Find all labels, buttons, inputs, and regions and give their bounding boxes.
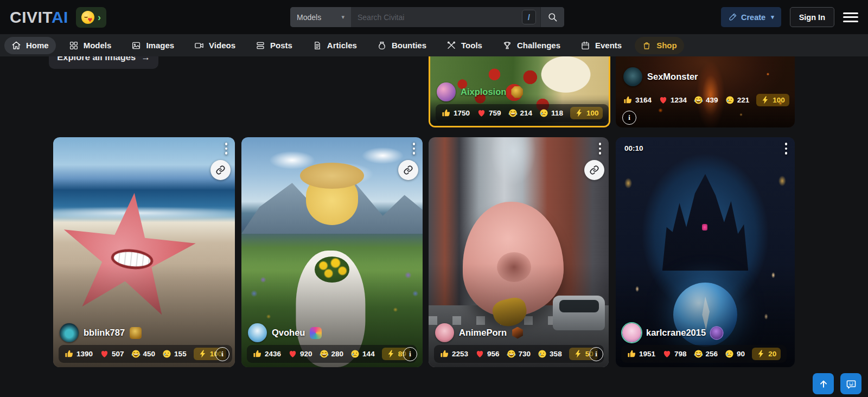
card-menu-dots-icon[interactable] bbox=[785, 143, 788, 155]
remix-link-button[interactable] bbox=[584, 160, 604, 180]
nav-item-articles[interactable]: Articles bbox=[305, 37, 364, 54]
stat-likes-button[interactable]: 2436 bbox=[253, 349, 281, 358]
stat-laughs-count: 256 bbox=[706, 350, 718, 358]
stat-zap-button[interactable]: 100 bbox=[756, 94, 789, 106]
nav-item-challenges[interactable]: Challenges bbox=[495, 37, 567, 54]
stat-cries-button[interactable]: 90 bbox=[725, 349, 745, 358]
stat-cries-button[interactable]: 144 bbox=[350, 349, 375, 358]
username[interactable]: Aixplosion bbox=[461, 87, 506, 97]
stat-cries-button[interactable]: 118 bbox=[539, 108, 563, 118]
nav-item-tools[interactable]: Tools bbox=[439, 37, 489, 54]
stat-hearts-button[interactable]: 1234 bbox=[659, 95, 687, 105]
promo-emoji-badge[interactable]: › bbox=[76, 7, 106, 28]
photo-icon bbox=[131, 41, 141, 50]
nav-label: Shop bbox=[656, 41, 677, 50]
nav-item-models[interactable]: Models bbox=[62, 37, 119, 54]
nav-item-home[interactable]: Home bbox=[4, 37, 56, 54]
stat-hearts-count: 920 bbox=[300, 350, 312, 358]
nav-item-events[interactable]: Events bbox=[573, 37, 629, 54]
avatar[interactable] bbox=[622, 323, 641, 342]
avatar[interactable] bbox=[437, 82, 456, 101]
avatar[interactable] bbox=[435, 323, 454, 342]
username[interactable]: Qvoheu bbox=[272, 328, 305, 338]
card-menu-dots-icon[interactable] bbox=[599, 143, 602, 155]
nav-item-bounties[interactable]: Bounties bbox=[370, 37, 433, 54]
stat-laughs-button[interactable]: 730 bbox=[507, 349, 531, 358]
card-menu-dots-icon[interactable] bbox=[225, 143, 228, 155]
stat-laughs-button[interactable]: 214 bbox=[508, 108, 533, 118]
menu-hamburger-icon[interactable] bbox=[843, 12, 858, 22]
user-row[interactable]: Aixplosion bbox=[437, 82, 523, 101]
stat-laughs-button[interactable]: 439 bbox=[694, 95, 718, 105]
user-row[interactable]: bblink787 bbox=[60, 323, 142, 342]
zap-icon bbox=[756, 349, 765, 358]
scroll-to-top-button[interactable] bbox=[813, 373, 834, 394]
info-button[interactable]: i bbox=[622, 111, 636, 125]
stat-likes-button[interactable]: 1390 bbox=[65, 349, 93, 358]
nav-item-posts[interactable]: Posts bbox=[248, 37, 299, 54]
sign-in-button[interactable]: Sign In bbox=[790, 7, 834, 27]
heart-icon bbox=[477, 108, 486, 118]
thumbs-up-icon bbox=[442, 108, 451, 118]
user-row[interactable]: karlcrane2015 bbox=[622, 323, 723, 342]
stat-cries-button[interactable]: 155 bbox=[162, 349, 187, 358]
stat-zap-button[interactable]: 100 bbox=[570, 107, 603, 119]
stat-hearts-button[interactable]: 759 bbox=[477, 108, 501, 118]
stat-likes-button[interactable]: 1951 bbox=[627, 349, 655, 358]
info-button[interactable]: i bbox=[589, 347, 603, 361]
stat-hearts-button[interactable]: 798 bbox=[662, 349, 687, 358]
search-category-select[interactable]: Models ▾ bbox=[290, 7, 351, 27]
heart-icon bbox=[475, 349, 484, 358]
stat-hearts-button[interactable]: 920 bbox=[288, 349, 312, 358]
nav-label: Events bbox=[595, 41, 622, 50]
remix-link-button[interactable] bbox=[210, 160, 231, 180]
nav-item-images[interactable]: Images bbox=[124, 37, 181, 54]
stat-hearts-button[interactable]: 507 bbox=[100, 349, 124, 358]
image-card-aixplosion[interactable]: Aixplosion 1750759214118100 bbox=[429, 56, 610, 127]
username[interactable]: SexMonster bbox=[647, 72, 698, 82]
stat-likes-button[interactable]: 2253 bbox=[440, 349, 468, 358]
username[interactable]: karlcrane2015 bbox=[646, 328, 706, 338]
search-input[interactable] bbox=[351, 7, 522, 27]
video-card-karlcrane2015[interactable]: 00:10 karlcrane2015 19517982569020 bbox=[616, 137, 795, 367]
stat-likes-button[interactable]: 3164 bbox=[623, 95, 652, 105]
user-row[interactable]: AnimePorn bbox=[435, 323, 524, 342]
chevron-right-icon: › bbox=[98, 12, 101, 22]
search-button[interactable] bbox=[540, 7, 564, 27]
user-row[interactable]: Qvoheu bbox=[248, 323, 322, 342]
stat-laughs-button[interactable]: 280 bbox=[320, 349, 344, 358]
remix-link-button[interactable] bbox=[398, 160, 418, 180]
nav-item-videos[interactable]: Videos bbox=[187, 37, 242, 54]
info-button[interactable]: i bbox=[403, 347, 417, 361]
chat-button[interactable] bbox=[840, 373, 861, 394]
avatar[interactable] bbox=[248, 323, 267, 342]
image-card-animeporn[interactable]: AnimePorn 225395673035850 i bbox=[429, 137, 609, 367]
stat-cries-button[interactable]: 358 bbox=[538, 349, 562, 358]
stat-zap-button[interactable]: 20 bbox=[752, 348, 781, 360]
nav-item-shop[interactable]: Shop bbox=[635, 37, 684, 54]
create-button[interactable]: Create ▾ bbox=[721, 7, 781, 27]
kiss-emoji-icon bbox=[81, 11, 94, 24]
main-nav: Home Models Images Videos Posts Articles… bbox=[0, 34, 868, 56]
user-row[interactable]: SexMonster bbox=[623, 67, 698, 86]
avatar[interactable] bbox=[623, 67, 642, 86]
avatar[interactable] bbox=[60, 323, 79, 342]
link-icon bbox=[403, 165, 413, 175]
stat-laughs-button[interactable]: 450 bbox=[131, 349, 156, 358]
stat-hearts-button[interactable]: 956 bbox=[475, 349, 500, 358]
civitai-logo[interactable]: CIVITAI bbox=[10, 8, 68, 27]
laugh-icon bbox=[131, 349, 141, 358]
image-card-qvoheu[interactable]: Qvoheu 243692028014489 i bbox=[241, 137, 423, 367]
user-badge-icon bbox=[130, 327, 142, 339]
image-card-sexmonster[interactable]: SexMonster 31641234439221100 i bbox=[616, 56, 795, 127]
cry-icon bbox=[350, 349, 360, 358]
info-button[interactable]: i bbox=[215, 347, 229, 361]
card-menu-dots-icon[interactable] bbox=[413, 143, 416, 155]
stat-cries-button[interactable]: 221 bbox=[725, 95, 750, 105]
image-card-bblink787[interactable]: bblink787 1390507450155100 i bbox=[53, 137, 235, 367]
user-badge-icon bbox=[512, 327, 524, 339]
username[interactable]: AnimePorn bbox=[459, 328, 507, 338]
stat-likes-button[interactable]: 1750 bbox=[442, 108, 470, 118]
stat-laughs-button[interactable]: 256 bbox=[694, 349, 718, 358]
username[interactable]: bblink787 bbox=[84, 328, 125, 338]
